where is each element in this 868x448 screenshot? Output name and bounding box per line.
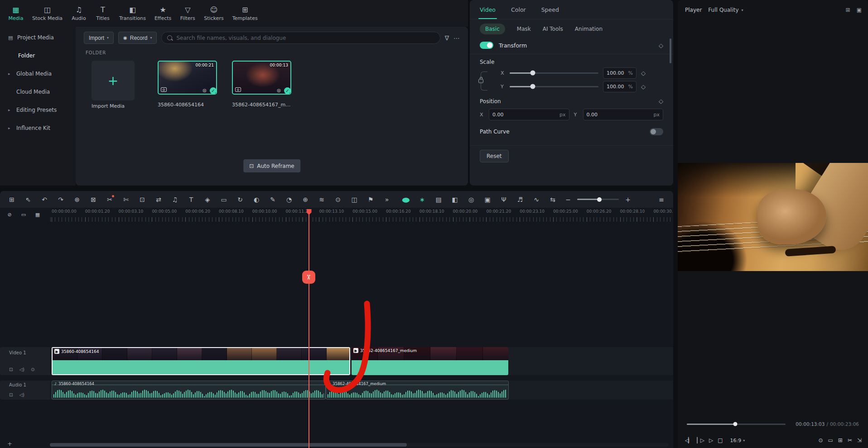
undo-icon[interactable]: ↶	[39, 194, 50, 205]
slider-handle[interactable]	[530, 71, 535, 76]
nav-item-audio[interactable]: ♫Audio	[71, 6, 87, 21]
record-button[interactable]: ◉ Record ▾	[118, 32, 157, 44]
track-mute-icon[interactable]: ◁)	[19, 367, 24, 372]
draw-icon[interactable]: ✎	[267, 194, 278, 205]
zoom-handle[interactable]	[597, 197, 602, 202]
tab-color[interactable]: Color	[511, 0, 526, 19]
path-curve-toggle[interactable]	[650, 128, 663, 135]
playhead[interactable]	[309, 209, 309, 448]
next-frame-button[interactable]: ▏▷	[697, 437, 703, 443]
play-button[interactable]: ▷	[709, 437, 712, 443]
properties-scrollbar[interactable]	[670, 38, 671, 63]
marker-icon[interactable]: ⚑	[365, 194, 376, 205]
nav-item-titles[interactable]: TTitles	[95, 6, 111, 21]
stabilization-icon[interactable]: ≋	[316, 194, 327, 205]
crop-icon[interactable]: ⊡	[137, 194, 148, 205]
timeline-video-clip-1[interactable]: ▶ 35860-408654164	[52, 347, 350, 375]
position-keyframe-icon[interactable]: ◇	[659, 98, 663, 105]
subtab-animation[interactable]: Animation	[575, 24, 603, 34]
split-icon[interactable]: ✂	[104, 194, 115, 205]
nav-item-stock-media[interactable]: ◫Stock Media	[32, 6, 63, 21]
rotate-icon[interactable]: ↻	[235, 194, 246, 205]
sidebar-item-project-media[interactable]: ▤Project Media	[0, 29, 76, 47]
playback-progress-bar[interactable]	[687, 424, 786, 425]
edit-in-preview-button[interactable]: ✂	[848, 437, 851, 443]
scale-y-slider[interactable]	[510, 86, 598, 87]
zoom-slider[interactable]	[577, 199, 619, 200]
track-options-icon[interactable]: ≡	[656, 194, 667, 205]
preview-render-icon[interactable]: ⊛	[72, 194, 82, 205]
ruler-strip[interactable]: 00:00:00.0000:00:01.2000:00:03.1000:00:0…	[50, 208, 673, 222]
freeze-frame-icon[interactable]: ◫	[349, 194, 360, 205]
media-clip-thumbnail[interactable]: 00:00:13 ◎ ✓	[232, 61, 291, 95]
more-tools-icon[interactable]: »	[381, 194, 392, 205]
track-lock-icon[interactable]: ⊡	[9, 367, 13, 372]
reset-button[interactable]: Reset	[480, 150, 509, 162]
snapshot-button[interactable]: ⊙	[818, 437, 822, 443]
track-lock-icon[interactable]: ⊡	[9, 392, 13, 397]
select-tool-icon[interactable]: ⇖	[23, 194, 34, 205]
preview-eye-icon[interactable]: ◎	[277, 88, 281, 93]
ai-audio-icon[interactable]: ◎	[466, 194, 477, 205]
ripple-delete-icon[interactable]: ⇄	[153, 194, 164, 205]
timeline-audio-clip-2[interactable]: ♪ 35862-408654167_medium	[326, 381, 509, 400]
auto-reframe-button[interactable]: ⊡ Auto Reframe	[243, 159, 300, 172]
nav-item-transitions[interactable]: ◧Transitions	[119, 6, 146, 21]
keyframe-icon[interactable]: ◈	[202, 194, 213, 205]
timeline-ruler[interactable]: ⊘▭▦ 00:00:00.0000:00:01.2000:00:03.1000:…	[0, 208, 673, 222]
denoise-icon[interactable]: ▣	[482, 194, 493, 205]
video-track-header[interactable]: Video 1 ⊡◁)⊙	[0, 347, 50, 375]
fullscreen-button[interactable]: ⇲	[857, 437, 861, 443]
second-screen-button[interactable]: ▭	[828, 437, 832, 443]
zoom-in-icon[interactable]: +	[622, 194, 633, 205]
delete-icon[interactable]: ⊠	[88, 194, 99, 205]
more-options-icon[interactable]: ⋯	[453, 34, 460, 42]
import-media-button[interactable]: +	[92, 61, 135, 100]
sidebar-item-influence-kit[interactable]: ▸Influence Kit	[0, 119, 76, 137]
ai-highlight-icon[interactable]: ●	[398, 194, 414, 205]
chroma-key-icon[interactable]: ◐	[251, 194, 262, 205]
trim-icon[interactable]: ✄	[121, 194, 131, 205]
ai-tools-icon[interactable]: ∗	[417, 194, 428, 205]
subtab-ai-tools[interactable]: AI Tools	[543, 24, 563, 34]
audio-track-header[interactable]: Audio 1 ⊡◁)	[0, 381, 50, 400]
tab-speed[interactable]: Speed	[541, 0, 559, 19]
search-input[interactable]: Search file names, visuals, and dialogue	[161, 32, 440, 44]
sidebar-item-global-media[interactable]: ▸Global Media	[0, 65, 76, 83]
nav-item-stickers[interactable]: ☺Stickers	[204, 6, 223, 21]
slider-handle[interactable]	[530, 84, 535, 89]
progress-handle[interactable]	[733, 422, 737, 426]
nav-item-media[interactable]: ▦Media	[8, 6, 24, 21]
track-hide-icon[interactable]: ⊙	[31, 367, 34, 372]
duration-icon[interactable]: ◔	[284, 194, 294, 205]
scale-link-icon[interactable]	[481, 71, 487, 91]
detach-audio-icon[interactable]: ♫	[169, 194, 180, 205]
subtab-basic[interactable]: Basic	[480, 24, 505, 34]
grid-overlay-button[interactable]: ⊞	[838, 437, 842, 443]
transform-toggle[interactable]	[480, 42, 493, 49]
timeline-video-clip-2[interactable]: ▶ 35862-408654167_medium	[352, 347, 508, 375]
speech-to-text-icon[interactable]: ▤	[433, 194, 444, 205]
add-track-button[interactable]: +	[7, 440, 12, 447]
sidebar-item-folder[interactable]: Folder	[0, 47, 76, 65]
import-button[interactable]: Import ▾	[84, 32, 114, 44]
timeline-audio-clip-1[interactable]: ♪ 35860-408654164	[52, 381, 326, 400]
preview-eye-icon[interactable]: ◎	[203, 88, 207, 93]
text-icon[interactable]: T	[186, 194, 197, 205]
scale-y-value[interactable]: 100.00 %	[603, 81, 637, 92]
scale-y-keyframe-icon[interactable]: ◇	[641, 83, 646, 90]
multi-view-icon[interactable]: ⊞	[846, 7, 849, 13]
previous-frame-button[interactable]: ◁▏	[685, 437, 691, 443]
filter-icon[interactable]: ∇	[445, 34, 449, 42]
scale-x-value[interactable]: 100.00 %	[603, 67, 637, 79]
link-clips-icon[interactable]: ⊘	[6, 211, 13, 219]
motion-tracking-icon[interactable]: ⊕	[300, 194, 311, 205]
timeline-scrollbar[interactable]	[50, 443, 407, 447]
stop-button[interactable]: □	[718, 437, 722, 443]
audio-mixer-icon[interactable]: ♬	[515, 194, 526, 205]
redo-icon[interactable]: ↷	[55, 194, 66, 205]
scale-x-slider[interactable]	[510, 72, 598, 74]
aspect-ratio-select[interactable]: 16:9 ▾	[730, 438, 745, 443]
snapshot-icon[interactable]: ⊙	[333, 194, 343, 205]
position-x-field[interactable]: 0.00 px	[489, 109, 569, 120]
